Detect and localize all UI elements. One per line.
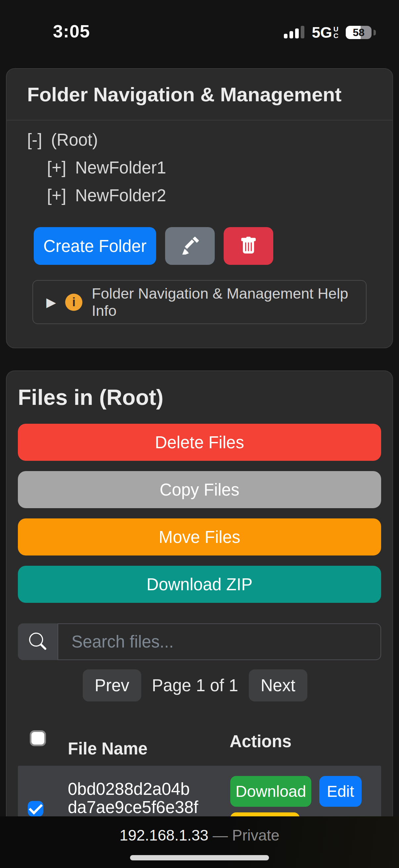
search-addon xyxy=(18,623,58,660)
row-checkbox-checked[interactable] xyxy=(28,801,43,817)
tree-item-newfolder1[interactable]: [+] NewFolder1 xyxy=(47,154,372,181)
address-bar[interactable]: 192.168.1.33 — Private xyxy=(0,826,399,844)
browser-bottom-bar: 192.168.1.33 — Private xyxy=(0,816,399,868)
home-indicator[interactable] xyxy=(130,855,269,860)
rename-folder-button[interactable] xyxy=(165,227,215,265)
info-icon: i xyxy=(65,293,82,311)
network-type-indicator: 5G U C xyxy=(312,24,338,41)
status-icons: 5G U C 58 xyxy=(284,23,376,42)
delete-files-button[interactable]: Delete Files xyxy=(18,424,381,461)
copy-files-button[interactable]: Copy Files xyxy=(18,471,381,508)
row-actions-cell: Download Edit xyxy=(230,776,362,817)
privacy-label: Private xyxy=(232,827,279,844)
page-status-label: Page 1 of 1 xyxy=(152,676,238,695)
network-label: 5G xyxy=(312,24,332,41)
tree-toggle-newfolder1[interactable]: [+] xyxy=(47,158,66,178)
pagination: Prev Page 1 of 1 Next xyxy=(83,670,307,702)
url-host[interactable]: 192.168.1.33 xyxy=(120,827,208,844)
folder-card-body: [-] (Root) [+] NewFolder1 [+] NewFolder2… xyxy=(7,121,392,324)
folder-help-disclosure[interactable]: ▶ i Folder Navigation & Management Help … xyxy=(32,280,367,324)
file-name-column-header: File Name xyxy=(68,739,147,758)
status-time: 3:05 xyxy=(53,21,90,41)
tree-toggle-root[interactable]: [-] xyxy=(27,130,42,150)
help-summary-label[interactable]: Folder Navigation & Management Help Info xyxy=(92,285,353,319)
download-zip-button[interactable]: Download ZIP xyxy=(18,566,381,603)
next-page-button[interactable]: Next xyxy=(249,670,307,702)
files-card: Files in (Root) Delete Files Copy Files … xyxy=(6,370,393,817)
tree-label-newfolder1[interactable]: NewFolder1 xyxy=(75,158,166,178)
prev-page-button[interactable]: Prev xyxy=(83,670,141,702)
files-card-title: Files in (Root) xyxy=(18,384,381,410)
disclosure-triangle-icon[interactable]: ▶ xyxy=(46,295,56,310)
folder-card-title: Folder Navigation & Management xyxy=(27,83,341,106)
signal-strength-icon xyxy=(284,23,304,42)
file-table-row: 0bd0288d2a04b da7ae9ce5f6e38f Download E… xyxy=(18,766,381,817)
network-sub-label: U C xyxy=(333,26,338,39)
move-files-button[interactable]: Move Files xyxy=(18,519,381,556)
tree-label-root[interactable]: (Root) xyxy=(51,130,98,150)
search-icon xyxy=(29,632,46,651)
battery-nub xyxy=(373,30,376,35)
url-separator: — xyxy=(213,827,228,844)
tree-toggle-newfolder2[interactable]: [+] xyxy=(47,186,66,205)
pencil-icon xyxy=(181,237,199,255)
actions-column-header: Actions xyxy=(230,732,292,751)
trash-icon xyxy=(239,237,257,255)
tree-label-newfolder2[interactable]: NewFolder2 xyxy=(75,186,166,205)
battery-icon: 58 xyxy=(346,26,371,39)
select-all-checkbox[interactable] xyxy=(30,730,46,746)
folder-actions-row: Create Folder xyxy=(34,227,372,265)
file-table-header: File Name Actions xyxy=(18,730,381,758)
delete-folder-button[interactable] xyxy=(224,227,273,265)
tree-item-root[interactable]: [-] (Root) xyxy=(27,126,372,154)
status-bar: 3:05 5G U C 58 xyxy=(0,0,399,50)
search-input[interactable] xyxy=(58,623,381,660)
edit-file-button[interactable]: Edit xyxy=(319,776,362,807)
search-bar xyxy=(18,623,381,660)
download-file-button[interactable]: Download xyxy=(230,776,311,807)
file-name-cell: 0bd0288d2a04b da7ae9ce5f6e38f xyxy=(68,766,198,817)
folder-card-header: Folder Navigation & Management xyxy=(7,69,392,121)
tree-item-newfolder2[interactable]: [+] NewFolder2 xyxy=(47,181,372,209)
folder-navigation-card: Folder Navigation & Management [-] (Root… xyxy=(6,68,393,348)
create-folder-button[interactable]: Create Folder xyxy=(34,227,156,265)
check-icon xyxy=(29,801,42,814)
battery-percent: 58 xyxy=(346,26,371,39)
